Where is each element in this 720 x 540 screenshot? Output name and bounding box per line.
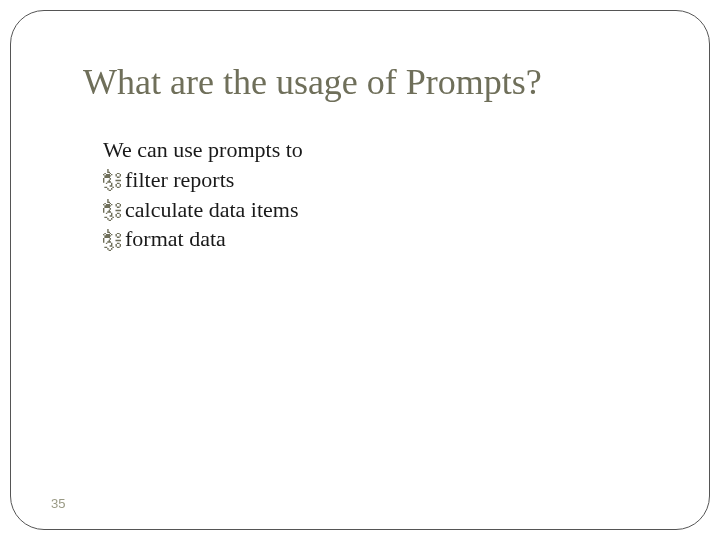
list-item: ༃ format data [103,224,303,254]
swirl-bullet-icon: ༃ [103,166,125,196]
page-number: 35 [51,496,65,511]
list-item-text: filter reports [125,167,234,192]
list-item-text: format data [125,226,226,251]
list-item: ༃ calculate data items [103,195,303,225]
intro-text: We can use prompts to [103,137,303,163]
list-item: ༃ filter reports [103,165,303,195]
slide-frame: What are the usage of Prompts? We can us… [10,10,710,530]
list-item-text: calculate data items [125,197,298,222]
bullet-list: ༃ filter reports ༃ calculate data items … [103,165,303,254]
slide-title: What are the usage of Prompts? [83,63,542,103]
slide-body: We can use prompts to ༃ filter reports ༃… [103,137,303,254]
swirl-bullet-icon: ༃ [103,226,125,256]
swirl-bullet-icon: ༃ [103,196,125,226]
